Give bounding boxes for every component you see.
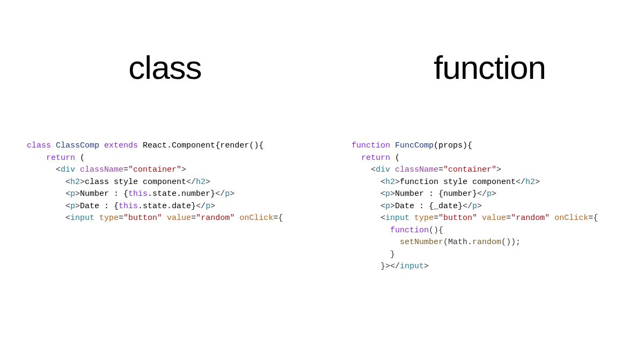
sp [75,165,80,174]
function-column: function function FuncComp(props){ retur… [319,0,644,338]
h2-text: function style component [400,178,516,187]
indent: < [352,178,385,187]
p-tag: p [70,189,75,199]
random-str: "random" [511,214,550,223]
h2-tag: h2 [70,178,80,187]
input-tag: input [70,214,94,223]
gt: > [75,189,80,199]
class-column: class class ClassComp extends React.Comp… [0,0,319,338]
h2-end: h2 [525,178,535,187]
this-kw: this [119,202,138,211]
eq-brace: ={ [588,214,598,223]
gt: > [390,189,395,199]
p-end: p [225,189,230,199]
sp [550,214,554,223]
fn-head: (){ [429,226,443,235]
tail: {render(){ [215,141,264,150]
p-tag: p [385,189,390,199]
gt: > [210,202,215,211]
indent: < [27,178,70,187]
button-str: "button" [438,214,477,223]
eq: = [434,214,438,223]
h2-tag: h2 [385,178,395,187]
react-component: React.Component [143,141,215,150]
p-end: p [206,202,210,211]
onclick-attr: onClick [554,214,588,223]
classname-attr: className [80,165,123,174]
input-end: input [400,262,424,271]
eq: = [506,214,511,223]
gt: > [181,165,186,174]
indent: < [27,202,70,211]
kw-class: class [27,141,51,150]
params: (props){ [434,141,472,150]
sp [409,214,414,223]
value-attr: value [482,214,506,223]
p-end: p [487,189,492,199]
this-kw: this [128,189,148,199]
lt-slash: </ [390,262,400,271]
class-heading: class [27,48,303,86]
gt: > [477,202,482,211]
lt-slash: </ [516,178,525,187]
indent: < [352,189,385,199]
kw-function-inner: function [390,226,429,235]
sp [477,214,482,223]
p-tag: p [385,202,390,211]
lt-slash: </ [186,178,196,187]
eq: = [119,214,123,223]
gt: > [206,178,210,187]
p-end: p [472,202,477,211]
container-str: "container" [443,165,496,174]
indent [352,238,400,247]
indent: < [27,214,70,223]
type-attr: type [99,214,119,223]
sp [162,214,167,223]
number-text: Number : {number} [395,189,477,199]
input-tag: input [385,214,409,223]
lt-slash: </ [196,202,206,211]
state-number: .state.number} [148,189,215,199]
gt: > [496,165,501,174]
kw-return: return [46,153,75,163]
random-call: random [472,238,501,247]
type-attr: type [414,214,434,223]
sp [94,214,99,223]
kw-extends: extends [104,141,138,150]
div-tag: div [376,165,390,174]
classname-attr: className [395,165,438,174]
lt-slash: </ [463,202,472,211]
func-name: FuncComp [395,141,434,150]
indent: < [352,214,385,223]
indent: < [352,165,376,174]
sp [235,214,239,223]
div-tag: div [61,165,75,174]
indent: < [27,189,70,199]
date-text: Date : {_date} [395,202,463,211]
brace-gt: }> [352,262,390,271]
gt: > [535,178,540,187]
sp [390,165,395,174]
kw-return: return [361,153,390,163]
paren: ( [390,153,400,163]
random-str: "random" [196,214,235,223]
eq: = [438,165,443,174]
eq: = [191,214,196,223]
lt-slash: </ [215,189,225,199]
kw-function: function [352,141,390,150]
setnumber-call: setNumber [400,238,443,247]
indent [352,226,390,235]
call-tail: ()); [501,238,521,247]
gt: > [230,189,235,199]
date-text: Date : { [80,202,119,211]
function-code: function FuncComp(props){ return ( <div … [352,140,628,273]
gt: > [80,178,85,187]
gt: > [395,178,400,187]
eq: = [123,165,128,174]
h2-text: class style component [85,178,186,187]
function-heading: function [352,48,628,86]
state-date: .state.date} [138,202,196,211]
class-code: class ClassComp extends React.Component{… [27,140,303,225]
indent: < [352,202,385,211]
value-attr: value [167,214,191,223]
